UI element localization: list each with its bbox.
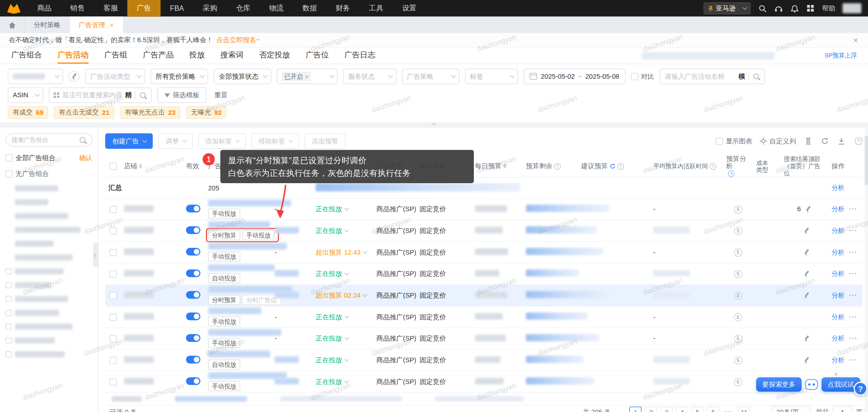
menu-item-数据[interactable]: 数据 [293,0,326,17]
portfolio-item[interactable] [5,213,92,219]
budget-analysis-icon[interactable]: $ [734,356,742,364]
item-checkbox[interactable] [5,282,11,288]
search-icon[interactable] [79,137,86,144]
enabled-toggle[interactable] [186,313,200,320]
menu-item-FBA[interactable]: FBA [161,0,194,17]
search-icon[interactable] [753,73,760,80]
enabled-toggle[interactable] [186,269,200,277]
question-icon[interactable]: ? [710,163,716,170]
module-tab-广告组[interactable]: 广告组 [104,47,127,63]
module-tab-搜索词[interactable]: 搜索词 [220,47,243,63]
item-checkbox[interactable] [5,324,11,330]
portfolio-item[interactable] [5,227,92,233]
portfolio-search-input[interactable] [12,137,79,143]
redacted-campaign-name[interactable] [208,221,270,228]
portfolio-item[interactable] [5,310,92,316]
budget-analysis-icon[interactable]: $ [734,334,742,342]
service-status-select[interactable]: 正在投放 [315,313,348,322]
portfolio-item[interactable] [5,241,92,246]
refresh-icon[interactable] [820,137,830,146]
download-icon[interactable] [836,137,846,146]
row-checkbox[interactable] [110,313,117,321]
edit-icon[interactable] [803,357,810,364]
adjust-button[interactable]: 调整 [158,133,193,149]
bid-strategy-select[interactable]: 所有竞价策略 [151,69,208,84]
more-actions-icon[interactable]: ··· [849,270,857,277]
tab-time-strategy[interactable]: 分时策略 [24,17,69,33]
portfolio-item[interactable] [5,296,92,302]
analyze-link[interactable]: 分析 [831,205,844,213]
create-ad-button[interactable]: 创建广告 [105,133,153,149]
redacted-campaign-name[interactable] [208,351,270,358]
more-actions-icon[interactable]: ··· [849,248,857,256]
row-checkbox[interactable] [110,356,117,364]
analyze-link[interactable]: 分析 [831,270,844,277]
quick-tag-有点击无成交[interactable]: 有点击无成交21 [54,106,114,119]
row-checkbox[interactable] [110,227,117,234]
home-icon[interactable] [0,17,24,33]
page-button-3[interactable]: 3 [661,406,673,412]
redacted-campaign-name[interactable] [208,243,287,250]
match-mode-toggle[interactable]: 精 [125,90,132,100]
sort-icon[interactable] [139,164,142,169]
budget-analysis-icon[interactable]: $ [734,378,742,386]
menu-item-销售[interactable]: 销售 [61,0,94,17]
menu-item-物流[interactable]: 物流 [260,0,293,17]
menu-item-设置[interactable]: 设置 [393,0,426,17]
close-tab-icon[interactable]: × [110,21,114,29]
service-status-select[interactable]: 超出预算 12:43 [315,247,366,257]
edit-icon[interactable] [803,270,810,277]
enabled-toggle[interactable] [186,226,200,234]
analyze-link[interactable]: 分析 [831,227,844,234]
service-status-select[interactable]: 正在投放 [315,269,348,279]
add-tag-button[interactable]: 添加标签 [198,133,246,149]
module-tab-广告位[interactable]: 广告位 [305,47,329,63]
apps-grid-icon[interactable] [806,4,815,13]
enabled-toggle[interactable] [186,334,200,341]
portfolio-item[interactable] [5,282,92,288]
portfolio-item[interactable] [5,199,92,205]
budget-analysis-icon[interactable]: $ [734,205,742,213]
budget-analysis-icon[interactable]: $ [734,227,742,235]
marketplace-select[interactable]: a 亚马逊 [703,2,750,14]
campaign-name-input[interactable] [665,72,736,80]
select-all-portfolios-checkbox[interactable]: 全部广告组合 [5,153,55,163]
more-actions-icon[interactable]: ··· [849,205,857,213]
item-checkbox[interactable] [5,268,11,274]
quick-tag-有成交[interactable]: 有成交69 [8,106,48,119]
add-alert-button[interactable]: 添加预警 [305,133,346,149]
service-status-select[interactable]: 正在投放 [315,204,348,214]
page-button-11[interactable]: 11 [738,406,750,412]
edit-icon[interactable] [803,227,810,234]
question-icon[interactable]: ? [728,170,735,177]
question-icon[interactable]: ? [617,163,624,170]
app-logo-icon[interactable] [7,2,21,14]
menu-item-客服[interactable]: 客服 [94,0,127,17]
edit-icon[interactable] [805,206,811,213]
enabled-toggle[interactable] [186,377,200,385]
more-actions-icon[interactable]: ··· [849,334,857,342]
redacted-campaign-name[interactable] [208,265,275,271]
analyze-link[interactable]: 分析 [831,313,844,321]
confirm-button[interactable]: 确认 [79,153,92,163]
edit-icon[interactable] [803,335,810,342]
portfolio-item[interactable] [5,268,92,274]
bell-icon[interactable] [790,4,799,13]
analyze-link[interactable]: 分析 [831,334,844,342]
item-checkbox[interactable] [5,351,11,357]
sp-budget-link[interactable]: SP预算上浮 [825,52,857,60]
row-checkbox[interactable] [110,335,117,342]
more-actions-icon[interactable]: ··· [849,313,857,321]
sort-icon[interactable] [503,164,506,169]
edit-icon[interactable] [803,292,810,299]
item-checkbox[interactable] [5,296,11,302]
quick-tag-有曝光无点击[interactable]: 有曝光无点击23 [120,106,181,119]
menu-item-仓库[interactable]: 仓库 [227,0,260,17]
headset-icon[interactable] [774,4,783,13]
batch-search-input[interactable] [62,91,123,99]
page-button-6[interactable]: 6 [707,406,719,412]
menu-item-财务[interactable]: 财务 [326,0,359,17]
service-status-select[interactable]: 正在投放 [315,334,348,343]
scrollbar-thumb[interactable] [865,136,868,185]
enabled-toggle[interactable] [186,291,200,298]
